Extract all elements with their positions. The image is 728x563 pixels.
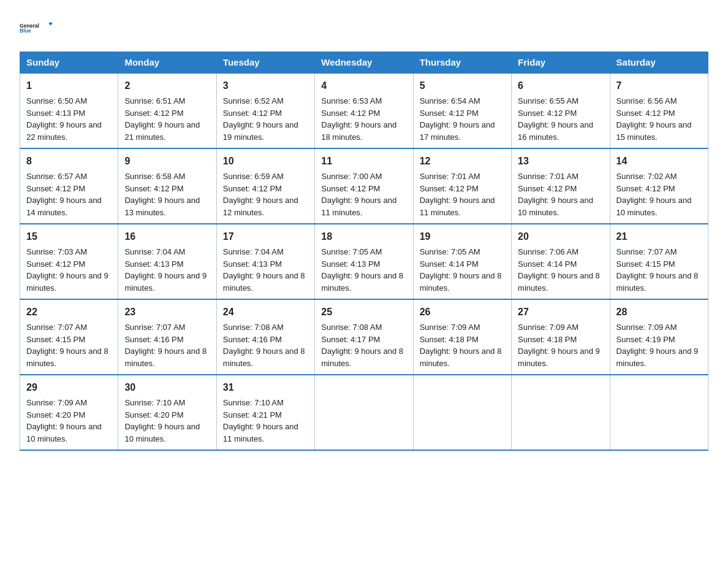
day-number: 17 bbox=[223, 229, 308, 244]
calendar-week-row: 8 Sunrise: 6:57 AMSunset: 4:12 PMDayligh… bbox=[20, 148, 708, 224]
day-number: 3 bbox=[223, 79, 308, 93]
day-info: Sunrise: 7:07 AMSunset: 4:15 PMDaylight:… bbox=[616, 247, 699, 293]
day-number: 10 bbox=[223, 154, 308, 169]
day-info: Sunrise: 6:55 AMSunset: 4:12 PMDaylight:… bbox=[518, 96, 593, 142]
calendar-day-cell bbox=[413, 375, 511, 450]
day-info: Sunrise: 7:06 AMSunset: 4:14 PMDaylight:… bbox=[518, 247, 600, 293]
day-info: Sunrise: 6:54 AMSunset: 4:12 PMDaylight:… bbox=[420, 96, 495, 142]
day-info: Sunrise: 7:07 AMSunset: 4:16 PMDaylight:… bbox=[124, 323, 207, 368]
calendar-day-cell: 25 Sunrise: 7:08 AMSunset: 4:17 PMDaylig… bbox=[315, 299, 413, 375]
day-info: Sunrise: 7:09 AMSunset: 4:18 PMDaylight:… bbox=[420, 323, 502, 368]
calendar-body: 1 Sunrise: 6:50 AMSunset: 4:13 PMDayligh… bbox=[20, 73, 708, 450]
calendar-week-row: 29 Sunrise: 7:09 AMSunset: 4:20 PMDaylig… bbox=[20, 375, 708, 450]
day-info: Sunrise: 6:51 AMSunset: 4:12 PMDaylight:… bbox=[124, 96, 200, 142]
logo: General Blue bbox=[20, 15, 56, 40]
day-number: 4 bbox=[321, 79, 406, 93]
day-info: Sunrise: 7:09 AMSunset: 4:19 PMDaylight:… bbox=[616, 323, 699, 368]
page-header: General Blue bbox=[20, 15, 708, 40]
day-number: 1 bbox=[26, 79, 112, 93]
calendar-day-cell: 2 Sunrise: 6:51 AMSunset: 4:12 PMDayligh… bbox=[118, 73, 216, 148]
day-info: Sunrise: 7:08 AMSunset: 4:17 PMDaylight:… bbox=[321, 323, 403, 368]
day-number: 24 bbox=[223, 305, 308, 320]
calendar-day-cell: 26 Sunrise: 7:09 AMSunset: 4:18 PMDaylig… bbox=[413, 299, 511, 375]
day-number: 22 bbox=[26, 305, 112, 320]
day-number: 14 bbox=[616, 154, 702, 169]
day-info: Sunrise: 7:03 AMSunset: 4:12 PMDaylight:… bbox=[26, 247, 108, 293]
calendar-day-cell: 27 Sunrise: 7:09 AMSunset: 4:18 PMDaylig… bbox=[512, 299, 610, 375]
calendar-table: SundayMondayTuesdayWednesdayThursdayFrid… bbox=[20, 52, 708, 451]
calendar-week-row: 22 Sunrise: 7:07 AMSunset: 4:15 PMDaylig… bbox=[20, 299, 708, 375]
day-info: Sunrise: 7:01 AMSunset: 4:12 PMDaylight:… bbox=[420, 172, 495, 217]
day-info: Sunrise: 7:09 AMSunset: 4:20 PMDaylight:… bbox=[26, 398, 102, 443]
day-info: Sunrise: 7:05 AMSunset: 4:14 PMDaylight:… bbox=[420, 247, 502, 293]
day-info: Sunrise: 6:56 AMSunset: 4:12 PMDaylight:… bbox=[616, 96, 692, 142]
svg-text:Blue: Blue bbox=[20, 28, 31, 34]
day-info: Sunrise: 6:50 AMSunset: 4:13 PMDaylight:… bbox=[26, 96, 102, 142]
day-info: Sunrise: 6:53 AMSunset: 4:12 PMDaylight:… bbox=[321, 96, 396, 142]
day-number: 26 bbox=[420, 305, 505, 320]
calendar-day-cell: 11 Sunrise: 7:00 AMSunset: 4:12 PMDaylig… bbox=[315, 148, 413, 224]
weekday-header-sunday: Sunday bbox=[20, 52, 118, 74]
day-info: Sunrise: 7:09 AMSunset: 4:18 PMDaylight:… bbox=[518, 323, 600, 368]
day-number: 16 bbox=[124, 229, 210, 244]
day-number: 27 bbox=[518, 305, 603, 320]
day-info: Sunrise: 7:10 AMSunset: 4:21 PMDaylight:… bbox=[223, 398, 298, 443]
calendar-day-cell: 19 Sunrise: 7:05 AMSunset: 4:14 PMDaylig… bbox=[413, 224, 511, 299]
day-number: 23 bbox=[124, 305, 210, 320]
calendar-week-row: 1 Sunrise: 6:50 AMSunset: 4:13 PMDayligh… bbox=[20, 73, 708, 148]
day-info: Sunrise: 7:08 AMSunset: 4:16 PMDaylight:… bbox=[223, 323, 305, 368]
calendar-day-cell: 1 Sunrise: 6:50 AMSunset: 4:13 PMDayligh… bbox=[20, 73, 118, 148]
calendar-day-cell: 20 Sunrise: 7:06 AMSunset: 4:14 PMDaylig… bbox=[512, 224, 610, 299]
svg-marker-1 bbox=[48, 23, 53, 26]
calendar-day-cell bbox=[315, 375, 413, 450]
day-number: 18 bbox=[321, 229, 406, 244]
calendar-week-row: 15 Sunrise: 7:03 AMSunset: 4:12 PMDaylig… bbox=[20, 224, 708, 299]
calendar-day-cell: 14 Sunrise: 7:02 AMSunset: 4:12 PMDaylig… bbox=[610, 148, 708, 224]
weekday-header-wednesday: Wednesday bbox=[315, 52, 413, 74]
day-number: 29 bbox=[26, 380, 112, 395]
calendar-day-cell: 30 Sunrise: 7:10 AMSunset: 4:20 PMDaylig… bbox=[118, 375, 216, 450]
weekday-header-monday: Monday bbox=[118, 52, 216, 74]
calendar-day-cell: 22 Sunrise: 7:07 AMSunset: 4:15 PMDaylig… bbox=[20, 299, 118, 375]
calendar-header: SundayMondayTuesdayWednesdayThursdayFrid… bbox=[20, 52, 708, 74]
calendar-day-cell bbox=[512, 375, 610, 450]
weekday-row: SundayMondayTuesdayWednesdayThursdayFrid… bbox=[20, 52, 708, 74]
day-number: 6 bbox=[518, 79, 603, 93]
calendar-day-cell: 17 Sunrise: 7:04 AMSunset: 4:13 PMDaylig… bbox=[216, 224, 314, 299]
day-number: 28 bbox=[616, 305, 702, 320]
day-info: Sunrise: 7:10 AMSunset: 4:20 PMDaylight:… bbox=[124, 398, 200, 443]
calendar-day-cell: 31 Sunrise: 7:10 AMSunset: 4:21 PMDaylig… bbox=[216, 375, 314, 450]
day-number: 5 bbox=[420, 79, 505, 93]
day-number: 9 bbox=[124, 154, 210, 169]
day-number: 30 bbox=[124, 380, 210, 395]
calendar-day-cell: 4 Sunrise: 6:53 AMSunset: 4:12 PMDayligh… bbox=[315, 73, 413, 148]
day-info: Sunrise: 7:02 AMSunset: 4:12 PMDaylight:… bbox=[616, 172, 692, 217]
calendar-day-cell: 10 Sunrise: 6:59 AMSunset: 4:12 PMDaylig… bbox=[216, 148, 314, 224]
day-number: 8 bbox=[26, 154, 112, 169]
day-info: Sunrise: 7:04 AMSunset: 4:13 PMDaylight:… bbox=[223, 247, 305, 293]
day-number: 15 bbox=[26, 229, 112, 244]
day-info: Sunrise: 7:07 AMSunset: 4:15 PMDaylight:… bbox=[26, 323, 108, 368]
day-number: 13 bbox=[518, 154, 603, 169]
day-number: 21 bbox=[616, 229, 702, 244]
calendar-day-cell: 8 Sunrise: 6:57 AMSunset: 4:12 PMDayligh… bbox=[20, 148, 118, 224]
day-info: Sunrise: 6:52 AMSunset: 4:12 PMDaylight:… bbox=[223, 96, 298, 142]
calendar-day-cell: 21 Sunrise: 7:07 AMSunset: 4:15 PMDaylig… bbox=[610, 224, 708, 299]
calendar-day-cell: 5 Sunrise: 6:54 AMSunset: 4:12 PMDayligh… bbox=[413, 73, 511, 148]
day-info: Sunrise: 6:57 AMSunset: 4:12 PMDaylight:… bbox=[26, 172, 102, 217]
calendar-day-cell: 24 Sunrise: 7:08 AMSunset: 4:16 PMDaylig… bbox=[216, 299, 314, 375]
calendar-day-cell: 18 Sunrise: 7:05 AMSunset: 4:13 PMDaylig… bbox=[315, 224, 413, 299]
day-number: 2 bbox=[124, 79, 210, 93]
calendar-day-cell: 3 Sunrise: 6:52 AMSunset: 4:12 PMDayligh… bbox=[216, 73, 314, 148]
day-info: Sunrise: 7:04 AMSunset: 4:13 PMDaylight:… bbox=[124, 247, 207, 293]
calendar-day-cell: 9 Sunrise: 6:58 AMSunset: 4:12 PMDayligh… bbox=[118, 148, 216, 224]
day-info: Sunrise: 7:05 AMSunset: 4:13 PMDaylight:… bbox=[321, 247, 403, 293]
weekday-header-friday: Friday bbox=[512, 52, 610, 74]
calendar-day-cell: 6 Sunrise: 6:55 AMSunset: 4:12 PMDayligh… bbox=[512, 73, 610, 148]
weekday-header-thursday: Thursday bbox=[413, 52, 511, 74]
weekday-header-saturday: Saturday bbox=[610, 52, 708, 74]
day-info: Sunrise: 6:59 AMSunset: 4:12 PMDaylight:… bbox=[223, 172, 298, 217]
day-number: 25 bbox=[321, 305, 406, 320]
day-number: 11 bbox=[321, 154, 406, 169]
calendar-day-cell: 12 Sunrise: 7:01 AMSunset: 4:12 PMDaylig… bbox=[413, 148, 511, 224]
